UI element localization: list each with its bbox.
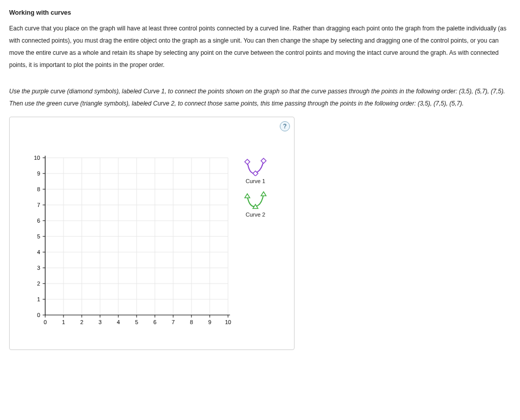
instructions-paragraph: Use the purple curve (diamond symbols), … xyxy=(9,85,511,110)
curve-palette: Curve 1 Curve 2 xyxy=(243,158,284,225)
svg-text:10: 10 xyxy=(34,155,40,161)
svg-text:10: 10 xyxy=(225,319,231,325)
help-button[interactable]: ? xyxy=(280,121,290,131)
graph-plot[interactable]: 012345678910012345678910 xyxy=(20,153,238,335)
graph-container: ? 012345678910012345678910 Curve 1 xyxy=(9,117,295,350)
svg-text:2: 2 xyxy=(80,319,83,325)
svg-text:2: 2 xyxy=(37,281,40,287)
graph-svg[interactable]: 012345678910012345678910 xyxy=(20,153,238,335)
svg-text:9: 9 xyxy=(37,170,40,177)
palette-curve-2[interactable]: Curve 2 xyxy=(243,191,284,218)
svg-text:4: 4 xyxy=(117,319,120,325)
svg-text:7: 7 xyxy=(172,319,175,325)
curve-2-icon xyxy=(243,191,268,209)
svg-text:3: 3 xyxy=(37,265,40,271)
curve-1-icon xyxy=(243,158,268,176)
svg-text:3: 3 xyxy=(99,319,102,325)
svg-text:5: 5 xyxy=(37,233,40,239)
svg-text:7: 7 xyxy=(37,202,40,208)
svg-text:0: 0 xyxy=(44,319,47,325)
svg-text:9: 9 xyxy=(208,319,211,325)
svg-text:5: 5 xyxy=(135,319,138,325)
svg-text:8: 8 xyxy=(37,186,40,192)
svg-text:0: 0 xyxy=(37,312,40,318)
curve-2-label: Curve 2 xyxy=(243,212,268,218)
svg-text:6: 6 xyxy=(153,319,156,325)
svg-text:8: 8 xyxy=(190,319,193,325)
body-paragraph: Each curve that you place on the graph w… xyxy=(9,22,511,71)
svg-text:1: 1 xyxy=(37,296,40,302)
palette-curve-1[interactable]: Curve 1 xyxy=(243,158,284,184)
svg-text:4: 4 xyxy=(37,249,40,255)
curve-1-label: Curve 1 xyxy=(243,178,268,184)
svg-text:6: 6 xyxy=(37,218,40,224)
section-heading: Working with curves xyxy=(9,9,511,16)
svg-text:1: 1 xyxy=(62,319,65,325)
